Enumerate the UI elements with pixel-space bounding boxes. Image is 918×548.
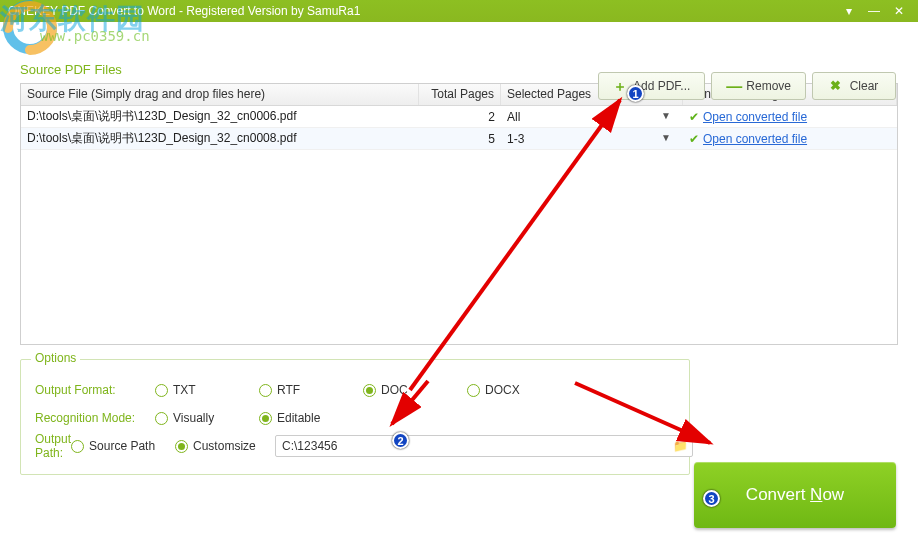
radio-customsize[interactable]: Customsize	[175, 439, 269, 453]
convert-label: Convert Now	[746, 485, 844, 505]
annotation-badge-1: 1	[627, 85, 644, 102]
plus-icon: ＋	[613, 79, 627, 93]
options-legend: Options	[31, 351, 80, 365]
clear-button[interactable]: ✖ Clear	[812, 72, 896, 100]
chevron-down-icon[interactable]: ▼	[661, 110, 671, 124]
folder-icon[interactable]: 📁	[673, 439, 688, 453]
title-bar: ONEKEY PDF Convert to Word - Registered …	[0, 0, 918, 22]
radio-rtf[interactable]: RTF	[259, 383, 353, 397]
add-pdf-button[interactable]: ＋ Add PDF...	[598, 72, 705, 100]
options-group: Options Output Format: TXT RTF DOC DOCX …	[20, 359, 690, 475]
cell-total: 5	[419, 130, 501, 148]
cell-file: D:\tools\桌面\说明书\123D_Design_32_cn0008.pd…	[21, 128, 419, 149]
radio-doc[interactable]: DOC	[363, 383, 457, 397]
remove-button[interactable]: — Remove	[711, 72, 806, 100]
dropdown-icon[interactable]: ▾	[838, 2, 860, 20]
recog-radiogroup: Visually Editable	[155, 411, 353, 425]
open-converted-link[interactable]: Open converted file	[703, 110, 807, 124]
recognition-mode-label: Recognition Mode:	[35, 411, 155, 425]
convert-now-button[interactable]: Convert Now	[694, 462, 896, 528]
clear-label: Clear	[850, 79, 879, 93]
cell-selected[interactable]: All▼	[501, 108, 683, 126]
format-radiogroup: TXT RTF DOC DOCX	[155, 383, 561, 397]
radio-visually[interactable]: Visually	[155, 411, 249, 425]
close-icon[interactable]: ✕	[888, 2, 910, 20]
minimize-icon[interactable]: —	[863, 2, 885, 20]
col-source-file[interactable]: Source File (Simply drag and drop files …	[21, 84, 419, 105]
clear-icon: ✖	[830, 79, 844, 93]
path-radiogroup: Source Path Customsize	[71, 439, 269, 453]
cell-progress: ✔Open converted file	[683, 108, 897, 126]
cell-total: 2	[419, 108, 501, 126]
annotation-badge-3: 3	[703, 490, 720, 507]
open-converted-link[interactable]: Open converted file	[703, 132, 807, 146]
output-path-value: C:\123456	[282, 439, 337, 453]
output-path-input[interactable]: C:\123456 📁	[275, 435, 693, 457]
file-table: Source File (Simply drag and drop files …	[20, 83, 898, 345]
window-title: ONEKEY PDF Convert to Word - Registered …	[8, 4, 360, 18]
cell-file: D:\tools\桌面\说明书\123D_Design_32_cn0006.pd…	[21, 106, 419, 127]
chevron-down-icon[interactable]: ▼	[661, 132, 671, 146]
annotation-badge-2: 2	[392, 432, 409, 449]
minus-icon: —	[726, 79, 740, 93]
check-icon: ✔	[689, 110, 699, 124]
radio-editable[interactable]: Editable	[259, 411, 353, 425]
radio-txt[interactable]: TXT	[155, 383, 249, 397]
col-total-pages[interactable]: Total Pages	[419, 84, 501, 105]
check-icon: ✔	[689, 132, 699, 146]
table-row[interactable]: D:\tools\桌面\说明书\123D_Design_32_cn0006.pd…	[21, 106, 897, 128]
remove-label: Remove	[746, 79, 791, 93]
cell-progress: ✔Open converted file	[683, 130, 897, 148]
table-row[interactable]: D:\tools\桌面\说明书\123D_Design_32_cn0008.pd…	[21, 128, 897, 150]
radio-source-path[interactable]: Source Path	[71, 439, 165, 453]
radio-docx[interactable]: DOCX	[467, 383, 561, 397]
cell-selected[interactable]: 1-3▼	[501, 130, 683, 148]
output-format-label: Output Format:	[35, 383, 155, 397]
output-path-label: Output Path:	[35, 432, 71, 460]
